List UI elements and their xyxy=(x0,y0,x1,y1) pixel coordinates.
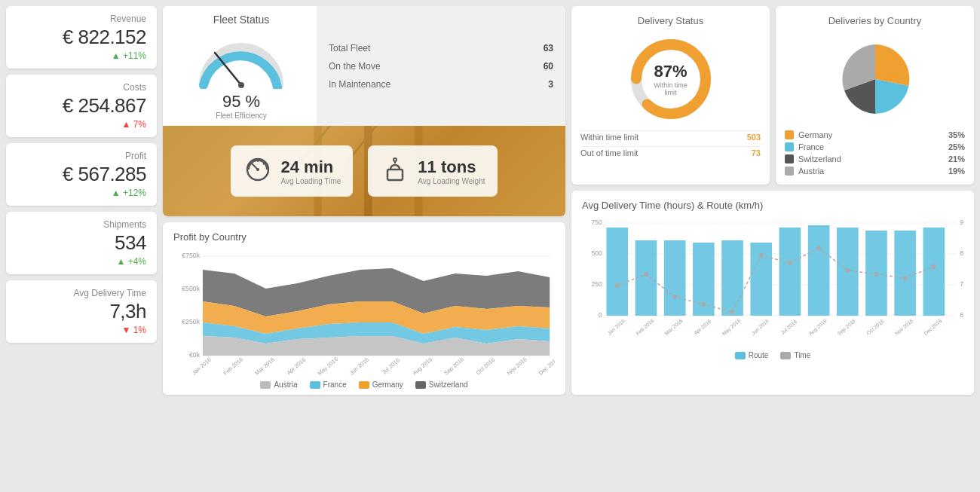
austria-dot xyxy=(785,167,794,176)
kpi-costs-value: € 254.867 xyxy=(17,94,146,118)
fleet-metric-loading-weight: 11 tons Avg Loading Weight xyxy=(368,145,497,197)
pie-chart-svg xyxy=(830,34,920,124)
legend-austria: Austria xyxy=(260,380,297,389)
legend-france: France xyxy=(310,380,347,389)
deliveries-country-card: Deliveries by Country Germany xyxy=(776,6,974,185)
kpi-profit-value: € 567.285 xyxy=(17,163,146,186)
svg-line-7 xyxy=(252,163,253,165)
svg-text:Jan 2016: Jan 2016 xyxy=(607,318,626,336)
svg-point-69 xyxy=(845,268,850,273)
avg-delivery-title: Avg Delivery Time (hours) & Route (km/h) xyxy=(582,200,963,211)
svg-text:Aug 2016: Aug 2016 xyxy=(411,356,433,375)
profit-chart-legend: Austria France Germany Switzerland xyxy=(173,380,555,389)
svg-text:Dec 2016: Dec 2016 xyxy=(537,356,555,375)
arrow-up-icon xyxy=(112,50,123,61)
svg-point-64 xyxy=(701,302,706,307)
svg-text:Dec 2016: Dec 2016 xyxy=(923,318,942,337)
fleet-title: Fleet Status xyxy=(213,14,270,26)
kpi-shipments-change: +4% xyxy=(17,256,146,267)
fleet-stat-total: Total Fleet 63 xyxy=(329,43,553,53)
svg-rect-50 xyxy=(635,240,657,316)
kpi-profit-title: Profit xyxy=(17,151,146,161)
donut-sub: Within time limit xyxy=(648,81,694,96)
switzerland-pct: 21% xyxy=(948,154,965,163)
svg-text:Apr 2016: Apr 2016 xyxy=(693,318,712,337)
kpi-profit: Profit € 567.285 +12% xyxy=(6,143,157,206)
svg-point-70 xyxy=(874,272,879,277)
right-top-row: Delivery Status 87% Within time limit xyxy=(571,6,974,185)
speedometer-icon xyxy=(243,153,273,189)
fleet-metric-loading-time: 24 min Avg Loading Time xyxy=(231,145,353,197)
france-pct: 25% xyxy=(948,142,965,151)
avg-loading-time-label: Avg Loading Time xyxy=(280,177,341,185)
svg-text:May 2016: May 2016 xyxy=(317,356,339,375)
kpi-avg-delivery-value: 7,3h xyxy=(17,300,146,323)
time-label: Time xyxy=(794,351,810,359)
avg-delivery-legend: Route Time xyxy=(582,351,963,359)
austria-pct: 19% xyxy=(948,167,965,176)
kpi-costs: Costs € 254.867 7% xyxy=(6,75,157,137)
svg-point-63 xyxy=(672,295,677,299)
time-swatch xyxy=(780,352,791,359)
svg-text:Mar 2016: Mar 2016 xyxy=(664,318,684,337)
austria-label: Austria xyxy=(798,167,824,176)
switzerland-label: Switzerland xyxy=(798,154,841,163)
kpi-revenue-value: € 822.152 xyxy=(17,26,146,49)
kpi-shipments: Shipments 534 +4% xyxy=(6,212,157,274)
legend-germany-label: Germany xyxy=(372,380,403,389)
pie-legend: Germany 35% France 25% Switzerland 21% xyxy=(785,130,965,176)
svg-text:Jun 2016: Jun 2016 xyxy=(750,318,770,336)
legend-france-swatch xyxy=(310,381,320,389)
kpi-revenue-title: Revenue xyxy=(17,14,146,24)
svg-point-68 xyxy=(816,246,821,250)
metric-text-loading-weight: 11 tons Avg Loading Weight xyxy=(418,157,485,185)
avg-delivery-chart-card: Avg Delivery Time (hours) & Route (km/h)… xyxy=(571,191,974,395)
svg-text:Oct 2016: Oct 2016 xyxy=(475,356,496,375)
fleet-top: Fleet Status 95 % Fleet Eff xyxy=(163,6,565,126)
legend-germany-swatch xyxy=(359,381,369,389)
fleet-gauge-area: Fleet Status 95 % Fleet Eff xyxy=(173,14,309,120)
legend-france-label: France xyxy=(323,380,347,389)
svg-text:750: 750 xyxy=(591,218,602,226)
deliveries-country-title: Deliveries by Country xyxy=(785,15,965,26)
germany-label: Germany xyxy=(798,130,832,139)
svg-point-67 xyxy=(788,261,792,265)
route-label: Route xyxy=(749,351,769,359)
delivery-out-value: 73 xyxy=(752,148,761,157)
svg-text:Jul 2016: Jul 2016 xyxy=(779,319,798,336)
svg-rect-51 xyxy=(664,240,686,316)
delivery-within-value: 503 xyxy=(747,133,761,142)
pie-legend-austria: Austria 19% xyxy=(785,167,965,176)
svg-text:7: 7 xyxy=(960,280,963,288)
france-label: France xyxy=(798,142,824,151)
svg-text:€250k: €250k xyxy=(182,318,200,325)
svg-text:Mar 2016: Mar 2016 xyxy=(253,356,275,375)
kpi-shipments-title: Shipments xyxy=(17,219,146,230)
svg-rect-60 xyxy=(923,228,945,316)
svg-text:Sep 2016: Sep 2016 xyxy=(837,318,857,338)
germany-dot xyxy=(785,130,794,139)
fleet-stat-maint: In Maintenance 3 xyxy=(329,79,553,90)
kpi-revenue-change: +11% xyxy=(17,50,146,61)
svg-point-1 xyxy=(238,82,244,88)
svg-text:Sep 2016: Sep 2016 xyxy=(443,356,465,375)
legend-switzerland-swatch xyxy=(415,381,426,389)
svg-rect-56 xyxy=(808,225,830,316)
kpi-avg-delivery-change: 1% xyxy=(17,325,146,335)
fleet-stat-total-label: Total Fleet xyxy=(329,43,370,53)
svg-text:Nov 2016: Nov 2016 xyxy=(894,318,914,337)
arrow-down-icon xyxy=(121,325,133,335)
svg-text:May 2016: May 2016 xyxy=(721,317,743,337)
svg-point-61 xyxy=(615,283,620,288)
svg-text:Jan 2016: Jan 2016 xyxy=(191,356,213,375)
svg-point-72 xyxy=(932,264,936,269)
legend-route: Route xyxy=(735,351,769,359)
arrow-up-icon xyxy=(121,119,133,130)
svg-point-10 xyxy=(394,158,397,161)
svg-rect-8 xyxy=(387,170,403,180)
weight-icon xyxy=(380,153,410,189)
svg-rect-53 xyxy=(721,240,743,316)
svg-point-65 xyxy=(730,310,735,314)
legend-germany: Germany xyxy=(359,380,403,389)
metric-text-loading-time: 24 min Avg Loading Time xyxy=(280,157,341,185)
